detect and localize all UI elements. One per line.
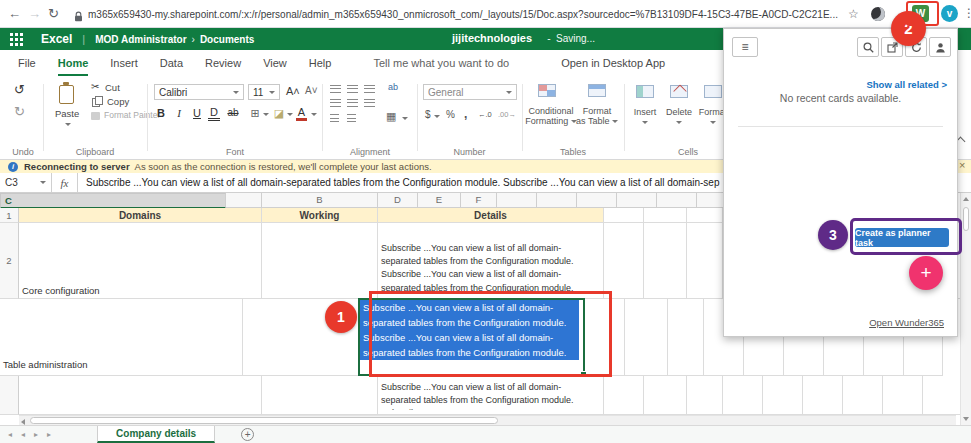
name-box[interactable]: C3 [0,173,52,192]
breadcrumb-folder[interactable]: Documents [200,34,254,45]
cell-k4[interactable] [883,376,923,415]
cell-f4[interactable] [687,376,723,415]
show-all-related-link[interactable]: Show all related > [866,79,947,90]
borders-caret-icon[interactable] [263,113,269,116]
tab-insert[interactable]: Insert [110,50,138,76]
cell-b1[interactable]: Working [262,208,378,223]
redo-icon[interactable]: ↻ [14,104,25,119]
row-header-4[interactable] [0,376,19,415]
cell-h4[interactable] [763,376,803,415]
copy-label[interactable]: Copy [107,96,129,107]
app-launcher-icon[interactable] [10,33,23,46]
browser-profile-avatar[interactable]: v [941,5,958,22]
fx-icon[interactable]: fx [52,173,78,192]
double-underline-button[interactable]: D [208,107,220,121]
delete-cells-label[interactable]: Delete [660,107,698,127]
cell-f3[interactable] [668,299,704,376]
col-header-d[interactable]: D [378,193,418,208]
scroll-up-icon[interactable] [963,197,969,201]
col-header-b[interactable]: B [262,193,378,208]
number-format-select[interactable]: General [423,84,517,100]
currency-icon[interactable]: $ [425,109,431,120]
format-painter-icon[interactable] [91,112,100,120]
cell-d4[interactable] [604,376,644,415]
italic-button[interactable]: I [172,107,186,119]
panel-menu-button[interactable]: ≡ [732,37,758,57]
strikethrough-button[interactable]: ab [226,107,240,118]
merge-caret-icon[interactable] [402,117,408,120]
align-top-icon[interactable] [330,85,341,93]
font-color-caret-icon[interactable] [311,113,317,116]
underline-button[interactable]: U [190,107,204,119]
col-header-j[interactable] [617,193,657,208]
open-wunder365-link[interactable]: Open Wunder365 [869,317,944,328]
format-as-table-label[interactable]: Formatas Table [574,106,620,126]
col-header-g[interactable] [497,193,537,208]
font-family-select[interactable]: Calibri [154,84,244,100]
cell-d2[interactable] [604,223,644,299]
delete-cells-icon[interactable] [670,85,688,98]
cell-a3[interactable]: Table administration [0,299,243,376]
cut-label[interactable]: Cut [105,82,120,93]
font-color-button[interactable]: A [296,107,307,121]
fill-color-button[interactable]: ◪ [272,107,286,120]
percent-icon[interactable]: % [446,109,455,120]
bold-button[interactable]: B [154,107,168,119]
cell-b2[interactable] [262,223,378,299]
currency-caret-icon[interactable] [434,115,440,118]
tell-me-box[interactable]: Tell me what you want to do [373,50,509,76]
paste-label[interactable]: Paste [55,108,79,119]
col-header-c[interactable]: C [0,193,226,209]
horizontal-scrollbar[interactable] [19,415,956,425]
col-header-f[interactable]: F [461,193,497,208]
back-icon[interactable]: ← [8,6,21,22]
last-sheet-icon[interactable]: ▸ [47,430,51,439]
cell-d1[interactable] [604,208,644,223]
cell-a1[interactable]: Domains [19,208,262,223]
cell-g4[interactable] [723,376,763,415]
dark-extension-icon[interactable] [871,7,885,21]
col-header-k[interactable] [657,193,697,208]
paste-icon[interactable] [59,85,74,104]
grow-font-icon[interactable]: A˄ [286,85,300,97]
prev-sheet-icon[interactable]: ◂ [21,430,25,439]
align-right-icon[interactable] [364,99,375,107]
fill-caret-icon[interactable] [287,113,293,116]
next-sheet-icon[interactable]: ▸ [34,430,38,439]
tab-home[interactable]: Home [58,50,89,76]
cell-c2[interactable]: Subscribe ...You can view a list of all … [378,223,604,299]
cell-l4[interactable] [923,376,962,415]
conditional-formatting-label[interactable]: ConditionalFormatting [524,106,578,126]
paste-caret-icon[interactable] [65,123,71,126]
align-center-icon[interactable] [347,99,358,107]
scroll-down-icon[interactable] [963,417,969,421]
wrap-text-icon[interactable]: ab [388,82,398,92]
merge-center-icon[interactable]: ▦ [386,110,396,123]
cell-j4[interactable] [843,376,883,415]
vertical-scroll-thumb[interactable] [963,207,969,231]
col-header-h[interactable] [537,193,577,208]
cell-e2[interactable] [644,223,687,299]
comma-style-icon[interactable]: , [464,107,467,121]
cell-e1[interactable] [644,208,687,223]
panel-search-button[interactable] [857,37,879,57]
bookmark-star-icon[interactable]: ☆ [848,7,859,21]
align-middle-icon[interactable] [347,85,358,93]
cell-c4[interactable]: Subscribe ...You can view a list of all … [378,376,604,415]
insert-cells-icon[interactable] [636,85,654,98]
cell-f1[interactable] [687,208,723,223]
row-header-1[interactable]: 1 [0,208,19,223]
document-title[interactable]: jijitechnologies - Saving... [452,32,595,44]
horizontal-scroll-thumb[interactable] [30,417,498,424]
breadcrumb-user[interactable]: MOD Administrator [95,34,186,45]
undo-icon[interactable]: ↺ [14,82,25,97]
cut-icon[interactable]: ✂ [91,81,99,92]
address-bar[interactable]: m365x659430-my.sharepoint.com/:x:/r/pers… [88,9,838,20]
format-as-table-icon[interactable] [588,84,606,97]
tab-help[interactable]: Help [309,50,332,76]
add-sheet-icon[interactable]: + [241,428,254,441]
increase-indent-icon[interactable] [347,114,356,122]
insert-cells-label[interactable]: Insert [626,107,664,127]
sheet-tab-company-details[interactable]: Company details [97,426,215,443]
col-header-e[interactable]: E [418,193,461,208]
